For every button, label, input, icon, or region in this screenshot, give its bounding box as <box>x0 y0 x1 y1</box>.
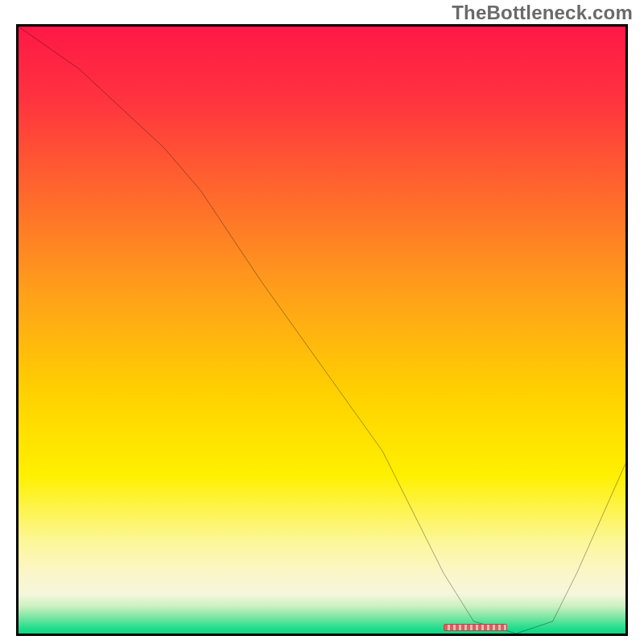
chart-frame <box>16 24 628 636</box>
optimal-range-marker <box>444 624 507 631</box>
watermark-text: TheBottleneck.com <box>452 2 633 24</box>
chart-line-series <box>19 27 625 634</box>
